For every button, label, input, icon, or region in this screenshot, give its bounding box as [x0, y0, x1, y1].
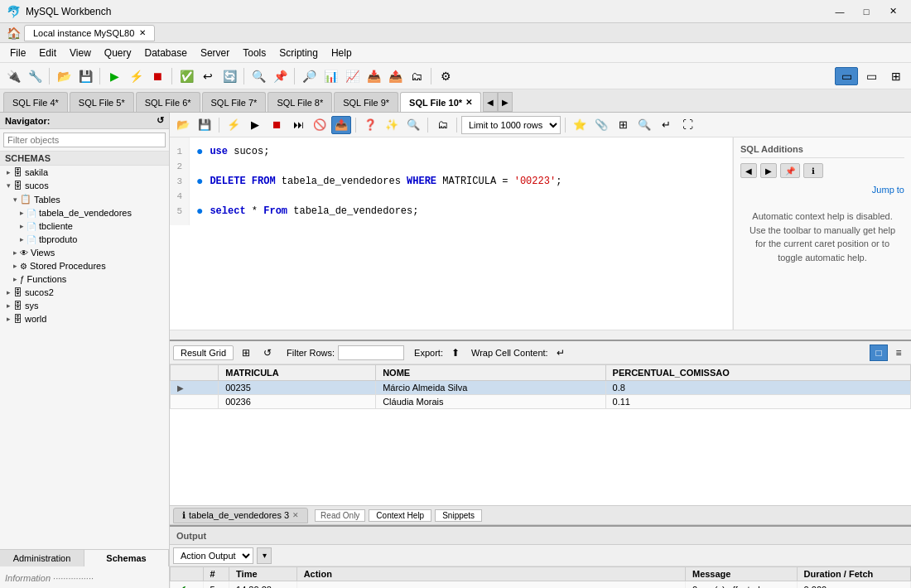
col-header-percentual[interactable]: PERCENTUAL_COMISSAO	[605, 365, 910, 381]
minimize-button[interactable]: —	[828, 3, 851, 20]
editor-beautify[interactable]: ✨	[382, 116, 402, 134]
jump-to-row[interactable]: Jump to	[740, 185, 904, 195]
col-header-nome[interactable]: NOME	[376, 365, 605, 381]
result-table-wrap[interactable]: MATRICULA NOME PERCENTUAL_COMISSAO ▶ 002…	[170, 364, 911, 505]
editor-execute-selected[interactable]: ▶	[245, 116, 265, 134]
editor-add-tab[interactable]: ⭐	[570, 116, 590, 134]
additions-nav-fwd[interactable]: ▶	[760, 163, 777, 178]
instance-tab-close[interactable]: ✕	[139, 28, 146, 37]
context-help-button[interactable]: Context Help	[369, 509, 431, 522]
tree-item-world[interactable]: ▸ 🗄 world	[0, 312, 169, 325]
output-table-wrap[interactable]: # Time Action Message Duration / Fetch ✔…	[170, 566, 911, 588]
toolbar-layout2[interactable]: ▭	[860, 67, 883, 85]
editor-skip[interactable]: ⏭	[288, 116, 308, 134]
table-tab-vendedores[interactable]: ℹ tabela_de_vendedores 3 ✕	[173, 508, 308, 523]
nav-tab-schemas[interactable]: Schemas	[84, 550, 169, 566]
result-collapse-btn[interactable]: ≡	[889, 345, 908, 361]
out-col-num[interactable]: #	[203, 567, 229, 581]
limit-rows-select[interactable]: Limit to 1000 rows	[461, 116, 561, 134]
result-expand-btn[interactable]: □	[870, 345, 888, 361]
editor-toggle-stop[interactable]: 🚫	[310, 116, 330, 134]
toolbar-schema-inspector[interactable]: 🗂	[407, 66, 427, 86]
sql-tab-10[interactable]: SQL File 10* ✕	[400, 92, 481, 112]
toolbar-save[interactable]: 💾	[75, 66, 95, 86]
toolbar-inspect[interactable]: 🔎	[299, 66, 319, 86]
out-col-duration[interactable]: Duration / Fetch	[797, 567, 910, 581]
tab-nav-prev[interactable]: ◀	[483, 92, 498, 112]
export-icon[interactable]: ⬆	[446, 345, 465, 361]
toolbar-new-connection[interactable]: 🔌	[3, 66, 23, 86]
toolbar-import[interactable]: 📥	[364, 66, 383, 86]
snippets-button[interactable]: Snippets	[435, 509, 482, 522]
tree-item-stored-procedures[interactable]: ▸ ⚙ Stored Procedures	[0, 259, 169, 272]
tree-item-tables[interactable]: ▾ 📋 Tables	[0, 192, 169, 206]
tab-nav-next[interactable]: ▶	[498, 92, 513, 112]
result-row-1[interactable]: ▶ 00235 Márcio Almeida Silva 0.8	[171, 381, 911, 395]
sql-tab-4[interactable]: SQL File 4*	[3, 92, 68, 112]
sql-editor[interactable]: 1 2 3 4 5 ● use sucos;	[170, 137, 733, 330]
toolbar-layout3[interactable]: ⊞	[884, 67, 908, 85]
editor-save[interactable]: 💾	[195, 116, 214, 134]
editor-format[interactable]: ⊞	[613, 116, 633, 134]
tree-item-views[interactable]: ▸ 👁 Views	[0, 246, 169, 259]
editor-zoom[interactable]: 🔍	[634, 116, 654, 134]
menu-scripting[interactable]: Scripting	[272, 46, 325, 60]
editor-snippets[interactable]: 📎	[591, 116, 611, 134]
maximize-button[interactable]: □	[855, 3, 878, 20]
editor-stop-exec[interactable]: ⏹	[267, 116, 287, 134]
menu-query[interactable]: Query	[98, 46, 138, 60]
menu-view[interactable]: View	[63, 46, 98, 60]
out-col-time[interactable]: Time	[229, 567, 297, 581]
toolbar-search[interactable]: 🔍	[248, 66, 268, 86]
toolbar-settings[interactable]: ⚙	[436, 66, 456, 86]
sql-tab-7[interactable]: SQL File 7*	[202, 92, 267, 112]
toolbar-context[interactable]: 📌	[270, 66, 290, 86]
sql-tab-9[interactable]: SQL File 9*	[334, 92, 398, 112]
table-tab-close[interactable]: ✕	[292, 511, 299, 519]
result-refresh-icon[interactable]: ↺	[258, 345, 277, 361]
tree-item-tbproduto[interactable]: ▸ 📄 tbproduto	[0, 233, 169, 246]
editor-word-wrap[interactable]: ↵	[656, 116, 676, 134]
sql-tab-6[interactable]: SQL File 6*	[136, 92, 200, 112]
menu-database[interactable]: Database	[138, 46, 194, 60]
output-row-1[interactable]: ✔ 5 14:30:28 use sucos 0 row(s) affected…	[171, 581, 911, 589]
action-output-dropdown[interactable]: ▾	[257, 547, 272, 564]
instance-tab[interactable]: Local instance MySQL80 ✕	[24, 25, 155, 41]
editor-execute-all[interactable]: ⚡	[224, 116, 243, 134]
tree-item-sakila[interactable]: ▸ 🗄 sakila	[0, 166, 169, 179]
menu-server[interactable]: Server	[194, 46, 236, 60]
toolbar-layout1[interactable]: ▭	[835, 67, 858, 85]
menu-help[interactable]: Help	[325, 46, 359, 60]
result-row-2[interactable]: 00236 Cláudia Morais 0.11	[171, 395, 911, 409]
toolbar-manage-connections[interactable]: 🔧	[25, 66, 45, 86]
sql-tab-10-close[interactable]: ✕	[465, 98, 472, 107]
nav-tab-administration[interactable]: Administration	[0, 550, 84, 566]
tree-item-functions[interactable]: ▸ ƒ Functions	[0, 272, 169, 286]
close-button[interactable]: ✕	[881, 3, 904, 20]
editor-open[interactable]: 📂	[173, 116, 193, 134]
col-header-matricula[interactable]: MATRICULA	[219, 365, 376, 381]
editor-toggle-output[interactable]: 📤	[331, 116, 351, 134]
menu-tools[interactable]: Tools	[236, 46, 272, 60]
tree-item-sucos2[interactable]: ▸ 🗄 sucos2	[0, 286, 169, 299]
editor-context-help[interactable]: ❓	[360, 116, 380, 134]
wrap-icon[interactable]: ↵	[552, 345, 570, 361]
out-col-message[interactable]: Message	[685, 567, 797, 581]
action-output-select[interactable]: Action Output	[173, 547, 253, 564]
toolbar-performance[interactable]: 📈	[342, 66, 362, 86]
editor-hscroll[interactable]	[170, 330, 911, 340]
toolbar-commit[interactable]: ✅	[176, 66, 196, 86]
toolbar-export[interactable]: 📤	[385, 66, 405, 86]
filter-input[interactable]	[3, 133, 166, 147]
editor-schema[interactable]: 🗂	[432, 116, 452, 134]
toolbar-open-file[interactable]: 📂	[54, 66, 74, 86]
toolbar-stop[interactable]: ⏹	[147, 66, 167, 86]
sql-tab-5[interactable]: SQL File 5*	[70, 92, 134, 112]
tree-item-sys[interactable]: ▸ 🗄 sys	[0, 299, 169, 312]
toolbar-table-inspector[interactable]: 📊	[321, 66, 340, 86]
toolbar-execute[interactable]: ▶	[104, 66, 124, 86]
toolbar-execute-current[interactable]: ⚡	[126, 66, 146, 86]
tree-item-tabela-de-vendedores[interactable]: ▸ 📄 tabela_de_vendedores	[0, 206, 169, 219]
editor-fullscreen[interactable]: ⛶	[677, 116, 697, 134]
result-grid-icon[interactable]: ⊞	[237, 345, 255, 361]
